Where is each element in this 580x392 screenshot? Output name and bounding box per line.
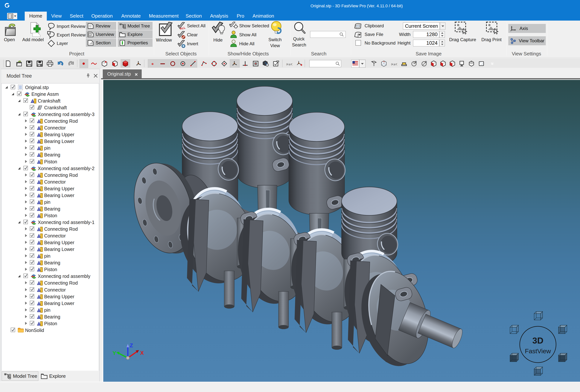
svg-text:X: X xyxy=(140,350,144,356)
svg-text:(x,y,z): (x,y,z) xyxy=(286,63,292,65)
svg-text:Y: Y xyxy=(113,350,116,356)
svg-text:(x,y,z): (x,y,z) xyxy=(391,63,397,65)
svg-text:D: D xyxy=(425,61,427,63)
svg-text:3D: 3D xyxy=(533,336,544,345)
svg-text:Z: Z xyxy=(130,342,133,348)
svg-text:R: R xyxy=(415,61,417,63)
svg-text:FastView: FastView xyxy=(525,348,551,355)
